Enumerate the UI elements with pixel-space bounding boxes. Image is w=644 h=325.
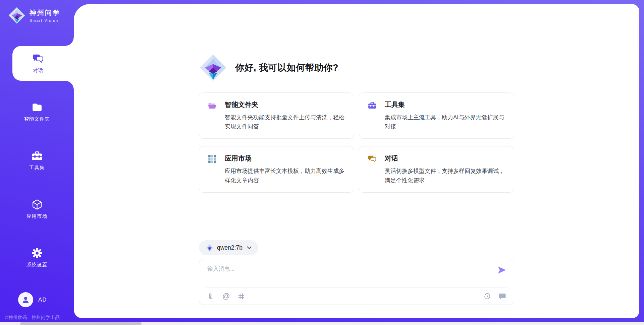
greeting: 你好, 我可以如何帮助你? <box>199 54 514 82</box>
model-name: qwen2:7b <box>217 244 243 251</box>
card-title: 应用市场 <box>225 154 348 163</box>
sidebar-item-label: 系统设置 <box>26 262 47 268</box>
avatar <box>18 292 33 307</box>
sidebar-item-toolset[interactable]: 工具集 <box>0 143 74 178</box>
content-column: 你好, 我可以如何帮助你? 智能文件夹 智能文件夹功能支持批量文件上传与清洗，轻… <box>199 4 514 318</box>
chat-bubble-icon <box>499 293 506 300</box>
composer-toolbar-right <box>484 293 506 300</box>
history-button[interactable] <box>484 293 491 300</box>
topic-button[interactable] <box>238 293 245 300</box>
paperclip-icon <box>207 293 214 300</box>
sidebar-footer-text: ©神州数码 · 神州问学出品 <box>5 315 60 321</box>
sidebar-item-label: 工具集 <box>29 165 45 171</box>
cube-icon <box>32 199 43 210</box>
composer: qwen2:7b @ <box>199 240 514 305</box>
card-description: 灵活切换多模型文件，支持多样回复效果调试，满足个性化需求 <box>385 167 508 185</box>
greeting-text: 你好, 我可以如何帮助你? <box>235 62 338 74</box>
history-icon <box>484 293 491 300</box>
app-grid-icon <box>208 155 216 163</box>
card-title: 智能文件夹 <box>225 100 348 109</box>
send-icon <box>497 266 506 274</box>
at-sign-icon: @ <box>222 292 230 300</box>
hash-icon <box>238 293 245 300</box>
diamond-logo-icon <box>8 7 25 24</box>
brand-name: 神州问学 <box>30 8 60 17</box>
quick-chat-button[interactable] <box>499 293 506 300</box>
chevron-down-icon <box>247 246 252 249</box>
card-app-market[interactable]: 应用市场 应用市场提供丰富长文本模板，助力高效生成多样化文章内容 <box>199 146 354 192</box>
feature-cards: 智能文件夹 智能文件夹功能支持批量文件上传与清洗，轻松实现文件问答 工具集 集成… <box>199 92 514 193</box>
user-profile[interactable]: AD <box>18 292 47 307</box>
user-initials: AD <box>38 297 47 303</box>
card-smart-folder[interactable]: 智能文件夹 智能文件夹功能支持批量文件上传与清洗，轻松实现文件问答 <box>199 92 354 139</box>
message-input[interactable] <box>207 264 490 285</box>
sidebar-item-settings[interactable]: 系统设置 <box>0 240 74 275</box>
diamond-logo-icon <box>206 244 213 252</box>
chat-bubbles-icon <box>33 53 44 64</box>
horizontal-scrollbar <box>0 322 644 325</box>
sidebar-item-label: 对话 <box>33 67 43 74</box>
card-title: 对话 <box>385 154 508 163</box>
folder-open-icon <box>208 101 216 110</box>
scrollbar-thumb[interactable] <box>20 322 142 325</box>
sidebar: 神州问学 Smart Vision 对话 智能文件夹 工具集 应用市场 系统设置 <box>0 0 74 325</box>
card-chat[interactable]: 对话 灵活切换多模型文件，支持多样回复效果调试，满足个性化需求 <box>359 146 514 192</box>
toolbox-icon <box>32 150 43 161</box>
person-icon <box>21 296 30 304</box>
brand-text: 神州问学 Smart Vision <box>30 8 60 22</box>
mention-button[interactable]: @ <box>222 292 230 300</box>
brand-subtitle: Smart Vision <box>30 18 60 22</box>
card-toolset[interactable]: 工具集 集成市场上主流工具，助力AI与外界无缝扩展与对接 <box>359 92 514 139</box>
diamond-logo-icon <box>199 54 227 82</box>
send-button[interactable] <box>497 266 506 274</box>
sidebar-item-app-market[interactable]: 应用市场 <box>0 192 74 226</box>
sidebar-item-smart-folder[interactable]: 智能文件夹 <box>0 94 74 129</box>
sidebar-item-label: 应用市场 <box>26 213 47 219</box>
chat-bubbles-icon <box>368 155 376 163</box>
model-selector[interactable]: qwen2:7b <box>199 240 258 255</box>
toolbox-icon <box>368 101 376 110</box>
attach-button[interactable] <box>207 293 214 300</box>
main-panel: 你好, 我可以如何帮助你? 智能文件夹 智能文件夹功能支持批量文件上传与清洗，轻… <box>74 4 639 318</box>
card-title: 工具集 <box>385 100 508 109</box>
card-description: 应用市场提供丰富长文本模板，助力高效生成多样化文章内容 <box>225 167 348 185</box>
composer-toolbar: @ <box>207 288 506 305</box>
app-screen: 神州问学 Smart Vision 对话 智能文件夹 工具集 应用市场 系统设置 <box>0 0 644 325</box>
folder-icon <box>32 102 43 113</box>
sidebar-item-label: 智能文件夹 <box>24 116 50 122</box>
card-description: 智能文件夹功能支持批量文件上传与清洗，轻松实现文件问答 <box>225 113 348 131</box>
brand: 神州问学 Smart Vision <box>8 7 60 24</box>
sidebar-item-chat[interactable]: 对话 <box>12 46 74 81</box>
card-description: 集成市场上主流工具，助力AI与外界无缝扩展与对接 <box>385 113 508 131</box>
composer-toolbar-left: @ <box>207 292 245 300</box>
gear-icon <box>32 248 43 259</box>
message-input-card: @ <box>199 259 514 305</box>
